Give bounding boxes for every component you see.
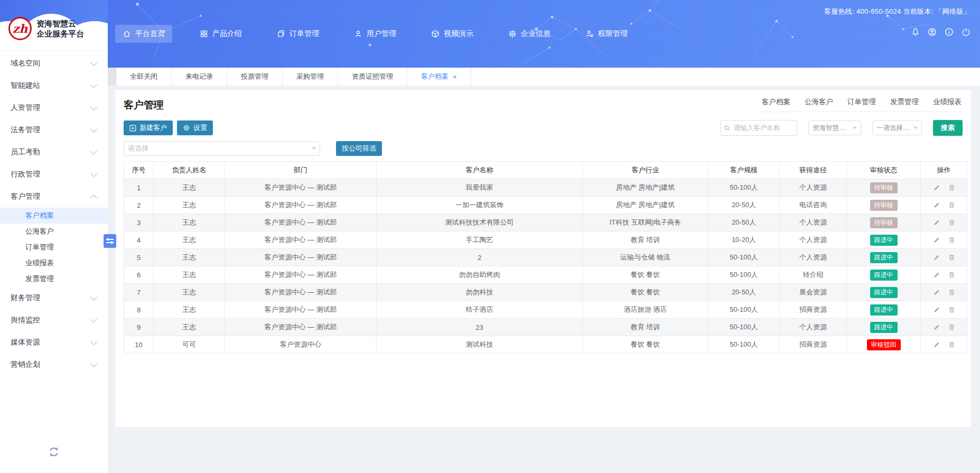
delete-icon[interactable] (948, 341, 955, 348)
cell-operations (921, 197, 967, 214)
column-header: 客户规模 (708, 162, 780, 179)
topbar-power-icon[interactable] (962, 27, 970, 36)
customer-search-input[interactable] (733, 124, 794, 132)
topbar-info-icon[interactable] (945, 27, 954, 36)
quick-link-invoice-management[interactable]: 发票管理 (890, 97, 919, 107)
cell-source: 个人资源 (780, 214, 847, 231)
sidebar-subitem-order-management[interactable]: 订单管理 (0, 239, 108, 255)
chevron-down-icon (90, 360, 97, 367)
nav-item-video-demo[interactable]: 视频演示 (424, 25, 481, 43)
chevron-down-icon (90, 81, 97, 88)
sidebar-item-opinion-monitoring[interactable]: 舆情监控 (0, 309, 108, 331)
quick-link-customer-files[interactable]: 客户档案 (762, 97, 790, 107)
edit-icon[interactable] (933, 219, 940, 226)
edit-icon[interactable] (933, 289, 940, 296)
nav-item-enterprise-info[interactable]: 企业信息 (501, 25, 558, 43)
tab-purchase-management[interactable]: 采购管理 (283, 68, 338, 86)
delete-icon[interactable] (948, 184, 955, 191)
edit-icon[interactable] (933, 254, 940, 261)
cell-status: 跟进中 (847, 284, 921, 301)
topbar-bell-icon[interactable] (911, 27, 920, 36)
sidebar-subitem-public-customers[interactable]: 公海客户 (0, 224, 108, 239)
tab-strip: 全部关闭来电记录投票管理采购管理资质证照管理客户档案× (108, 68, 980, 86)
cell-dept: 客户资源中心 — 测试部 (225, 319, 377, 336)
delete-icon[interactable] (948, 289, 955, 296)
status-badge: 审核驳回 (867, 339, 901, 350)
table-row: 3王志客户资源中心 — 测试部测试科技技术有限公司IT科技 互联网|电子商务20… (124, 214, 967, 231)
cell-no: 3 (124, 214, 154, 231)
sidebar-item-hr-management[interactable]: 人资管理 (0, 97, 108, 119)
cell-owner: 可可 (154, 336, 225, 354)
chevron-down-icon (90, 148, 97, 155)
filter-by-company-button[interactable]: 按公司筛选 (336, 141, 382, 156)
sidebar-item-media-resources[interactable]: 媒体资源 (0, 331, 108, 354)
tab-strip-lead (108, 68, 116, 86)
cell-cname: 一加一建筑装饰 (377, 197, 583, 214)
plus-square-icon (129, 125, 136, 132)
sidebar-item-customer-management[interactable]: 客户管理 (0, 186, 108, 208)
sidebar-subitem-customer-files[interactable]: 客户档案 (0, 208, 108, 224)
edit-icon[interactable] (933, 307, 940, 313)
nav-item-permission-management[interactable]: 权限管理 (578, 25, 635, 43)
cell-source: 个人资源 (780, 231, 847, 249)
row-operations (923, 236, 965, 244)
nav-item-order-management[interactable]: 订单管理 (269, 25, 326, 43)
quick-link-performance-reports[interactable]: 业绩报表 (933, 97, 962, 107)
column-header: 负责人姓名 (154, 162, 225, 179)
tab-label: 客户档案 (421, 72, 449, 81)
refresh-button[interactable] (0, 446, 108, 458)
nav-item-product-intro[interactable]: 产品介绍 (192, 25, 249, 43)
edit-icon[interactable] (933, 272, 940, 279)
edit-icon[interactable] (933, 237, 940, 244)
sidebar-subitem-invoice-management[interactable]: 发票管理 (0, 271, 108, 287)
edit-icon[interactable] (933, 184, 940, 191)
tab-voting-management[interactable]: 投票管理 (227, 68, 283, 86)
new-customer-button[interactable]: 新建客户 (124, 120, 173, 135)
quick-link-public-customers[interactable]: 公海客户 (805, 97, 833, 107)
tab-customer-files[interactable]: 客户档案× (407, 68, 471, 86)
topbar-account-icon[interactable] (928, 27, 937, 36)
sidebar-item-smart-website[interactable]: 智能建站 (0, 75, 108, 97)
nav-item-platform-home[interactable]: 平台首页 (115, 25, 172, 43)
delete-icon[interactable] (948, 219, 955, 226)
cell-owner: 王志 (154, 301, 225, 319)
quick-link-order-management[interactable]: 订单管理 (847, 97, 876, 107)
sidebar-item-domain-space[interactable]: 域名空间 (0, 52, 108, 75)
sidebar-item-legal-management[interactable]: 法务管理 (0, 119, 108, 141)
cell-status: 待审核 (847, 197, 921, 214)
cell-no: 1 (124, 179, 154, 197)
delete-icon[interactable] (948, 306, 955, 313)
tab-label: 全部关闭 (130, 72, 157, 81)
filter-select[interactable]: 请选择 (124, 141, 320, 156)
sidebar-item-employee-attendance[interactable]: 员工考勤 (0, 141, 108, 163)
sidebar-collapse-handle[interactable] (104, 234, 116, 248)
department-select[interactable]: 一请选择部门 (872, 120, 922, 135)
tab-qualification-certificates[interactable]: 资质证照管理 (338, 68, 407, 86)
delete-icon[interactable] (948, 271, 955, 279)
sidebar-item-marketing-planning[interactable]: 营销企划 (0, 354, 108, 376)
sidebar-subitem-performance-reports[interactable]: 业绩报表 (0, 255, 108, 271)
delete-icon[interactable] (948, 236, 955, 244)
edit-icon[interactable] (933, 324, 940, 331)
sidebar-item-label: 财务管理 (11, 293, 40, 303)
delete-icon[interactable] (948, 201, 955, 209)
edit-icon[interactable] (933, 341, 940, 348)
nav-item-user-management[interactable]: 用户管理 (347, 25, 404, 43)
cell-source: 个人资源 (780, 179, 847, 197)
cell-industry: IT科技 互联网|电子商务 (583, 214, 708, 231)
search-button[interactable]: 搜索 (933, 120, 963, 136)
edit-icon[interactable] (933, 202, 940, 209)
customer-search-field[interactable] (720, 120, 797, 136)
table-row: 7王志客户资源中心 — 测试部勿勿科技餐饮 餐饮20-50人展会资源跟进中 (124, 284, 967, 301)
tab-close-all[interactable]: 全部关闭 (116, 68, 172, 86)
tab-call-records[interactable]: 来电记录 (172, 68, 227, 86)
company-select[interactable]: 资海智慧云演 (808, 120, 861, 135)
delete-icon[interactable] (948, 254, 955, 261)
settings-button[interactable]: 设置 (177, 120, 213, 135)
tab-close-icon[interactable]: × (453, 73, 457, 81)
delete-icon[interactable] (948, 323, 955, 331)
sidebar-item-finance-management[interactable]: 财务管理 (0, 287, 108, 309)
gear-icon (183, 124, 190, 132)
sidebar-item-admin-management[interactable]: 行政管理 (0, 163, 108, 186)
cell-cname: 手工陶艺 (377, 231, 583, 249)
